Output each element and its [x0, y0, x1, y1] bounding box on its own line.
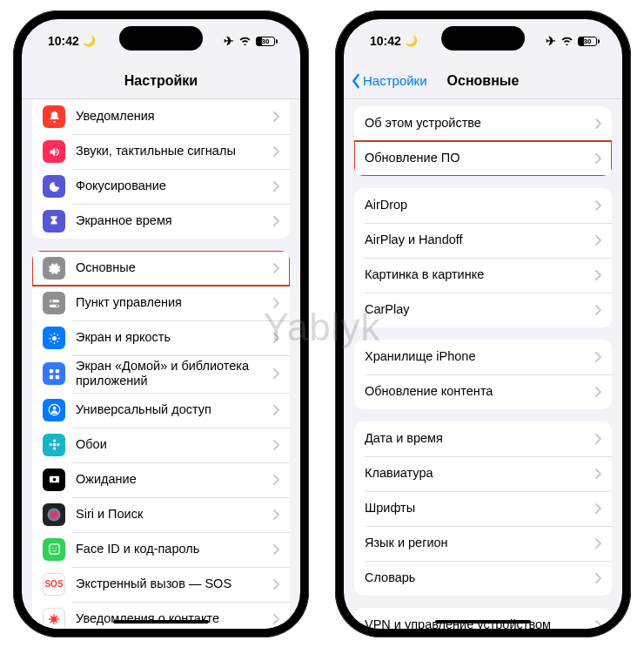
chevron-right-icon — [272, 216, 279, 226]
row-label: Siri и Поиск — [76, 507, 272, 522]
chevron-right-icon — [594, 153, 601, 164]
home-indicator[interactable] — [435, 620, 531, 624]
display-icon — [43, 327, 65, 349]
general-row-software-update[interactable]: Обновление ПО — [354, 141, 612, 176]
row-label: Фокусирование — [76, 179, 272, 193]
row-label: Пункт управления — [76, 295, 272, 310]
svg-point-22 — [49, 443, 51, 446]
svg-point-30 — [51, 616, 57, 622]
settings-row-wallpaper[interactable]: Обои — [32, 428, 290, 462]
faceid-icon — [43, 538, 65, 561]
home-indicator[interactable] — [113, 620, 209, 624]
svg-rect-16 — [55, 375, 58, 379]
battery-icon: 30 — [578, 37, 600, 46]
row-label: Об этом устройстве — [365, 116, 594, 131]
general-row-about[interactable]: Об этом устройстве — [354, 106, 612, 141]
battery-icon: 30 — [256, 37, 278, 46]
svg-point-20 — [52, 440, 55, 442]
svg-point-18 — [52, 407, 56, 410]
back-button[interactable]: Настройки — [351, 73, 427, 89]
general-icon — [43, 257, 65, 280]
chevron-right-icon — [272, 298, 279, 308]
chevron-right-icon — [272, 440, 279, 450]
general-row-storage[interactable]: Хранилище iPhone — [354, 340, 612, 374]
general-row-airplay[interactable]: AirPlay и Handoff — [354, 223, 612, 258]
chevron-right-icon — [594, 352, 601, 362]
iphone-left: 10:42 🌙 ✈︎ 30 Настройки УведомленияЗвуки… — [13, 10, 309, 637]
settings-list[interactable]: УведомленияЗвуки, тактильные сигналыФоку… — [22, 99, 300, 629]
svg-line-9 — [50, 334, 51, 335]
general-row-background-refresh[interactable]: Обновление контента — [354, 374, 612, 409]
row-label: Универсальный доступ — [76, 402, 272, 417]
airplane-icon: ✈︎ — [224, 34, 234, 48]
settings-row-focus[interactable]: Фокусирование — [32, 169, 290, 204]
row-label: Обои — [76, 437, 272, 452]
settings-row-accessibility[interactable]: Универсальный доступ — [32, 393, 290, 428]
svg-line-11 — [50, 340, 51, 341]
chevron-right-icon — [594, 538, 601, 549]
siri-icon — [43, 503, 65, 526]
chevron-right-icon — [594, 118, 601, 129]
chevron-right-icon — [594, 469, 601, 479]
settings-row-screentime[interactable]: Экранное время — [32, 204, 290, 239]
airplane-icon: ✈︎ — [546, 34, 556, 48]
chevron-right-icon — [272, 333, 279, 343]
chevron-right-icon — [594, 305, 601, 315]
row-label: Уведомления — [76, 109, 272, 124]
settings-row-general[interactable]: Основные — [32, 251, 290, 286]
chevron-right-icon — [594, 270, 601, 280]
chevron-right-icon — [272, 368, 279, 379]
settings-row-sounds[interactable]: Звуки, тактильные сигналы — [32, 134, 290, 169]
dynamic-island — [119, 26, 203, 51]
nav-bar: Настройки — [22, 63, 300, 99]
svg-line-35 — [50, 616, 52, 617]
accessibility-icon — [43, 399, 65, 421]
general-row-keyboard[interactable]: Клавиатура — [354, 456, 612, 491]
page-title: Настройки — [124, 73, 198, 89]
settings-row-standby[interactable]: Ожидание — [32, 462, 290, 497]
row-label: Экранное время — [76, 213, 272, 228]
chevron-right-icon — [272, 111, 279, 122]
general-row-dictionary[interactable]: Словарь — [354, 561, 612, 596]
settings-row-faceid[interactable]: Face ID и код-пароль — [32, 532, 290, 567]
settings-row-home-screen[interactable]: Экран «Домой» и библиотека приложений — [32, 355, 290, 393]
svg-line-36 — [56, 621, 57, 623]
svg-rect-27 — [49, 544, 58, 554]
svg-line-37 — [50, 621, 52, 623]
row-label: Картинка в картинке — [365, 267, 594, 282]
svg-point-26 — [48, 508, 61, 521]
settings-row-notifications[interactable]: Уведомления — [32, 99, 290, 134]
row-label: Шрифты — [365, 501, 594, 516]
general-row-language[interactable]: Язык и регион — [354, 526, 612, 561]
settings-row-exposure[interactable]: Уведомления о контакте — [32, 602, 290, 629]
row-label: AirDrop — [365, 198, 594, 212]
row-label: Экран «Домой» и библиотека приложений — [76, 359, 272, 389]
iphone-right: 10:42 🌙 ✈︎ 30 Настройки Основные Об этом… — [335, 10, 631, 637]
svg-point-2 — [50, 300, 53, 302]
row-label: Звуки, тактильные сигналы — [76, 144, 272, 158]
general-row-date-time[interactable]: Дата и время — [354, 421, 612, 456]
general-row-vpn[interactable]: VPN и управление устройством — [354, 608, 612, 629]
row-label: Словарь — [365, 570, 594, 585]
chevron-right-icon — [594, 503, 601, 514]
svg-point-28 — [51, 548, 53, 549]
sos-icon: SOS — [43, 573, 65, 596]
settings-row-sos[interactable]: SOSЭкстренный вызов — SOS — [32, 567, 290, 602]
general-row-carplay[interactable]: CarPlay — [354, 293, 612, 327]
settings-row-display[interactable]: Экран и яркость — [32, 320, 290, 355]
chevron-right-icon — [594, 387, 601, 397]
chevron-right-icon — [594, 200, 601, 211]
row-label: Основные — [76, 260, 272, 275]
svg-rect-13 — [49, 369, 52, 373]
chevron-right-icon — [272, 614, 279, 624]
control-center-icon — [43, 292, 65, 314]
general-row-fonts[interactable]: Шрифты — [354, 491, 612, 526]
settings-row-control-center[interactable]: Пункт управления — [32, 286, 290, 320]
general-list[interactable]: Об этом устройствеОбновление ПОAirDropAi… — [344, 99, 622, 629]
row-label: Face ID и код-пароль — [76, 542, 272, 556]
general-row-pip[interactable]: Картинка в картинке — [354, 258, 612, 293]
general-row-airdrop[interactable]: AirDrop — [354, 188, 612, 223]
svg-point-4 — [52, 336, 57, 340]
settings-row-siri[interactable]: Siri и Поиск — [32, 497, 290, 532]
svg-rect-14 — [55, 369, 58, 373]
